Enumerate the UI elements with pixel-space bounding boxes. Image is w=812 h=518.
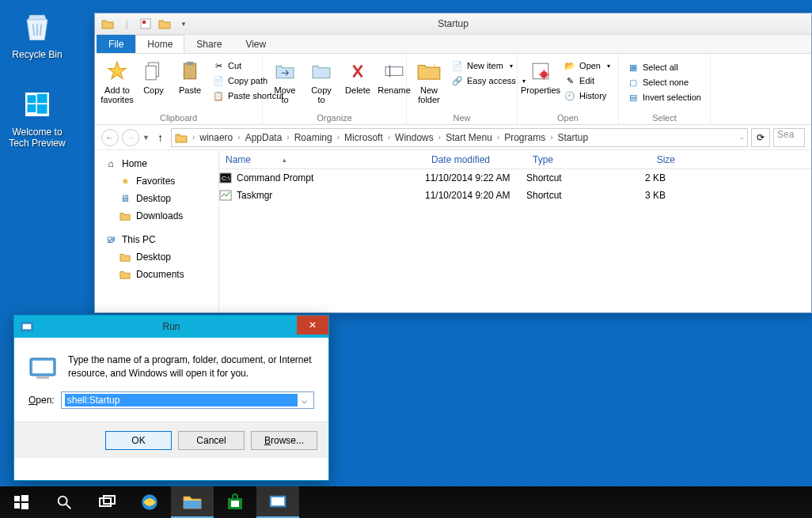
tab-file[interactable]: File: [97, 35, 135, 53]
add-favorites-button[interactable]: Add to favorites: [100, 57, 135, 106]
select-none-icon: ▢: [627, 76, 639, 89]
open-icon: 📂: [563, 59, 576, 72]
new-item-button[interactable]: 📄New item▾: [448, 59, 529, 73]
nav-downloads[interactable]: Downloads: [95, 207, 218, 225]
run-cancel-button[interactable]: Cancel: [178, 431, 245, 450]
desktop-icon-label: Welcome to Tech Preview: [8, 127, 66, 149]
col-date[interactable]: Date modified: [425, 154, 526, 165]
easy-access-button[interactable]: 🔗Easy access▾: [448, 74, 529, 88]
window-title: Startup: [95, 18, 811, 29]
paste-icon: [177, 59, 203, 84]
col-size[interactable]: Size: [618, 154, 681, 165]
edit-icon: ✎: [563, 74, 576, 87]
desktop-recycle-bin[interactable]: Recycle Bin: [8, 8, 66, 60]
tab-share[interactable]: Share: [184, 35, 233, 53]
invert-icon: ▤: [627, 91, 639, 104]
run-close-button[interactable]: ✕: [297, 316, 328, 335]
copy-to-button[interactable]: Copy to: [304, 57, 339, 106]
run-message: Type the name of a program, folder, docu…: [68, 354, 314, 382]
run-browse-button[interactable]: Browse...: [251, 431, 317, 450]
start-button[interactable]: [0, 486, 43, 518]
breadcrumb[interactable]: Windows: [395, 132, 434, 143]
svg-point-14: [541, 71, 548, 78]
delete-button[interactable]: Delete: [340, 57, 375, 106]
explorer-titlebar[interactable]: | ▼ Startup: [95, 13, 811, 35]
col-name[interactable]: Name▴: [219, 154, 425, 165]
properties-button[interactable]: Properties: [522, 57, 559, 103]
svg-rect-6: [142, 21, 146, 24]
svg-rect-36: [271, 497, 284, 505]
select-all-button[interactable]: ▦Select all: [624, 60, 705, 74]
move-to-button[interactable]: Move to: [268, 57, 302, 106]
run-ok-button[interactable]: OK: [105, 431, 172, 450]
open-button[interactable]: 📂Open▾: [560, 59, 613, 73]
taskbar-explorer[interactable]: [171, 486, 214, 518]
taskbar-store[interactable]: [214, 486, 256, 518]
task-view-button[interactable]: [85, 486, 128, 518]
svg-rect-1: [28, 95, 36, 103]
invert-selection-button[interactable]: ▤Invert selection: [624, 90, 705, 104]
breadcrumb[interactable]: Startup: [558, 132, 589, 143]
scissors-icon: ✂: [212, 59, 225, 72]
forward-button[interactable]: →: [122, 129, 139, 146]
recent-locations-button[interactable]: ▼: [142, 134, 150, 142]
tab-view[interactable]: View: [233, 35, 278, 53]
nav-favorites[interactable]: ★Favorites: [95, 172, 218, 190]
taskbar-run[interactable]: [256, 486, 299, 518]
nav-pc-desktop[interactable]: Desktop: [95, 248, 218, 266]
svg-rect-30: [104, 496, 115, 504]
edit-button[interactable]: ✎Edit: [560, 74, 613, 88]
run-title-text: Run: [14, 321, 328, 332]
svg-rect-2: [37, 94, 47, 104]
nav-desktop[interactable]: 🖥Desktop: [95, 190, 218, 207]
breadcrumb[interactable]: Microsoft: [344, 132, 383, 143]
pc-icon: 🖳: [104, 233, 117, 246]
properties-icon: [528, 59, 553, 84]
star-icon: ★: [119, 175, 131, 187]
col-type[interactable]: Type: [526, 154, 618, 165]
new-folder-button[interactable]: New folder: [412, 57, 446, 106]
run-titlebar[interactable]: Run ✕: [14, 316, 328, 338]
history-button[interactable]: 🕘History: [560, 89, 613, 103]
taskbar-ie[interactable]: [128, 486, 171, 518]
select-all-icon: ▦: [627, 61, 639, 74]
rename-icon: [381, 59, 407, 84]
new-item-icon: 📄: [451, 59, 464, 72]
breadcrumb[interactable]: Start Menu: [446, 132, 492, 143]
select-none-button[interactable]: ▢Select none: [624, 75, 705, 89]
nav-home[interactable]: ⌂Home: [95, 155, 218, 172]
qat-newfolder-icon[interactable]: [157, 16, 173, 32]
qat-dropdown-icon[interactable]: ▼: [176, 16, 192, 32]
run-open-value: shell:Startup: [65, 394, 298, 406]
breadcrumb[interactable]: winaero: [199, 132, 233, 143]
taskmgr-icon: [219, 189, 232, 202]
group-open-label: Open: [518, 113, 618, 123]
paste-button[interactable]: Paste: [173, 57, 207, 106]
tab-home[interactable]: Home: [135, 35, 184, 53]
breadcrumb[interactable]: Programs: [504, 132, 545, 143]
address-bar-row: ← → ▼ ↑ › winaero› AppData› Roaming› Mic…: [95, 125, 811, 150]
chevron-down-icon[interactable]: ⌵: [298, 395, 310, 406]
qat-properties-icon[interactable]: [138, 16, 154, 32]
svg-rect-32: [184, 501, 201, 509]
cmd-icon: C:\: [219, 172, 232, 184]
nav-pc-documents[interactable]: Documents: [95, 266, 218, 283]
svg-rect-21: [32, 361, 53, 373]
breadcrumb[interactable]: Roaming: [294, 132, 332, 143]
folder-icon: [119, 268, 131, 281]
search-box[interactable]: Sea: [773, 128, 805, 147]
up-button[interactable]: ↑: [153, 131, 168, 144]
address-bar[interactable]: › winaero› AppData› Roaming› Microsoft› …: [171, 128, 748, 147]
svg-rect-24: [21, 495, 28, 501]
copy-button[interactable]: Copy: [136, 57, 171, 106]
search-button[interactable]: [43, 486, 85, 518]
delete-icon: [345, 59, 370, 84]
breadcrumb[interactable]: AppData: [245, 132, 283, 143]
back-button[interactable]: ←: [101, 129, 119, 146]
file-row[interactable]: C:\Command Prompt 11/10/2014 9:22 AM Sho…: [219, 169, 811, 187]
run-open-combo[interactable]: shell:Startup ⌵: [61, 391, 314, 409]
nav-this-pc[interactable]: 🖳This PC: [95, 231, 218, 248]
refresh-button[interactable]: ⟳: [751, 128, 770, 147]
file-row[interactable]: Taskmgr 11/10/2014 9:20 AM Shortcut 3 KB: [219, 187, 811, 204]
desktop-tech-preview[interactable]: Welcome to Tech Preview: [8, 85, 66, 149]
